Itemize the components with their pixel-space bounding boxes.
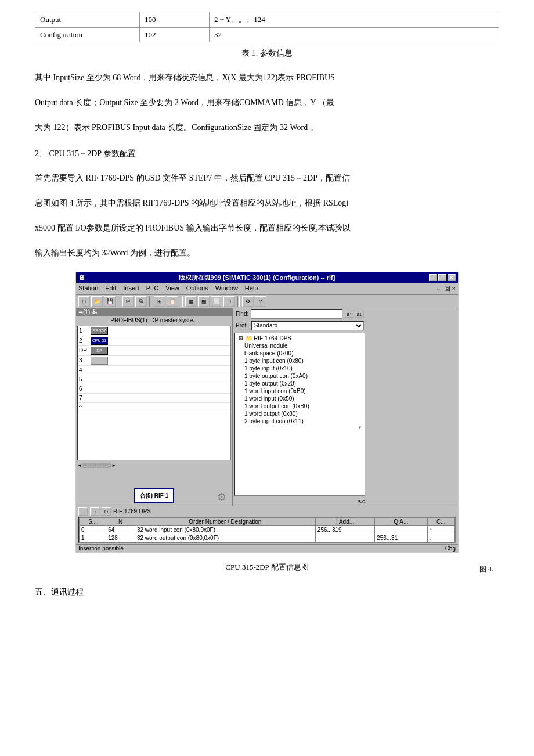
minimize-button[interactable]: － (429, 274, 437, 281)
toolbar-save[interactable]: 💾 (104, 296, 116, 307)
screenshot-window: 🖥 版权所在弧999 [SIMATIC 300(1) (Configuratio… (75, 272, 459, 553)
close-button[interactable]: ✕ (448, 274, 456, 281)
toolbar-open[interactable]: 📂 (91, 296, 103, 307)
table-cell-config-label: Configuration (35, 28, 140, 42)
slot-num-4: 4 (79, 367, 91, 373)
toolbar-btn10[interactable]: ? (255, 296, 266, 307)
table-cell-config-val: 102 (140, 28, 210, 42)
find-up-button[interactable]: a↑ (345, 311, 354, 318)
col-iadd: I Add... (315, 517, 374, 525)
paragraph-4: 首先需要导入 RIF 1769-DPS 的GSD 文件至 STEP7 中，然后配… (35, 170, 499, 188)
tree-item-1[interactable]: 1 byte input con (0x80) (236, 357, 363, 365)
toolbar-new[interactable]: □ (78, 296, 90, 307)
tree-item-label-1: blank space (0x00) (244, 350, 294, 357)
tree-item-6[interactable]: 1 word input (0x50) (236, 395, 363, 402)
tree-item-8[interactable]: 1 word output (0x80) (236, 410, 363, 417)
find-label: Find: (236, 311, 248, 317)
tree-item-label-5: 1 byte output (0x20) (244, 380, 296, 387)
tree-item-4[interactable]: 1 byte output (0x20) (236, 380, 363, 387)
tree-item-9[interactable]: 2 byte input con (0x11) (236, 417, 363, 425)
slot-num-3: 3 (79, 357, 91, 363)
caption-area: CPU 315-2DP 配置信息图 图 4. (35, 562, 499, 573)
col-qa: Q A... (375, 517, 428, 525)
toolbar-sep4 (237, 296, 240, 307)
row1-iadd (315, 534, 374, 542)
row0-c: ↑ (427, 525, 454, 534)
window-sub-controls: － 回 × (435, 285, 456, 293)
find-down-button[interactable]: a↓ (355, 311, 364, 318)
slot-num-2: 2 (79, 337, 91, 344)
window-menubar: Station Edit Insert PLC View Options Win… (76, 283, 458, 295)
slot-row-5: 5 (78, 375, 230, 384)
profil-label: Profil (236, 322, 249, 329)
menu-options[interactable]: Options (186, 285, 208, 293)
slot-row-1: 1 PS 307 (78, 326, 230, 336)
toolbar-btn3[interactable]: ⊞ (154, 296, 165, 307)
nav-forward-button[interactable]: → (90, 507, 99, 516)
tree-item-2[interactable]: 1 byte input (0x10) (236, 365, 363, 372)
toolbar-cut[interactable]: ✂ (122, 296, 134, 307)
window-titlebar: 🖥 版权所在弧999 [SIMATIC 300(1) (Configuratio… (76, 272, 458, 283)
menu-window[interactable]: Window (215, 285, 238, 293)
maximize-button[interactable]: □ (438, 274, 446, 281)
find-buttons: a↑ a↓ (345, 311, 364, 318)
tree-item-7[interactable]: 1 word output con (0xB0) (236, 402, 363, 410)
table-caption: 表 1. 参数信息 (35, 48, 499, 59)
menu-insert[interactable]: Insert (123, 285, 139, 293)
tree-item-5[interactable]: 1 word input con (0xB0) (236, 387, 363, 395)
paragraph-3: 大为 122）表示 PROFIBUS Input data 长度。Configu… (35, 119, 499, 137)
menu-plc[interactable]: PLC (146, 285, 158, 293)
slot-num-dp: DP (79, 347, 91, 354)
h-scrollbar[interactable]: ◄░░░░░░░░░► (76, 462, 232, 469)
toolbar-sep1 (118, 296, 120, 307)
slot-icon-1: PS 307 (91, 327, 108, 335)
tree-item-label-2: 1 byte input con (0x80) (244, 358, 304, 364)
row0-n: 64 (106, 525, 135, 534)
nav-back-button[interactable]: ← (78, 507, 88, 516)
slot-list: 1 PS 307 2 CPU 31 DP DP 3 (77, 326, 231, 460)
paragraph-7: 输入输出长度均为 32Word 为例，进行配置。 (35, 244, 499, 262)
slot-row-4: 4 (78, 366, 230, 375)
slot-row-dp: DP DP (78, 346, 230, 356)
window-main-content: ➡(1) 🖧 PROFIBUS(1): DP master syste... 1… (76, 308, 458, 506)
row1-qa: 256...31 (375, 534, 428, 542)
toolbar-copy[interactable]: ⧉ (135, 296, 147, 307)
info-table-row-1: 1 128 32 word output con (0x80,0x0F) 256… (80, 534, 455, 542)
slot-icon-3 (91, 357, 108, 365)
table-cell-output-desc: 2 + Y。。。124 (210, 12, 499, 28)
tree-item-universal[interactable]: Universal nodule (236, 342, 363, 350)
toolbar-btn9[interactable]: ⚙ (242, 296, 254, 307)
paragraph-1: 其中 InputSize 至少为 68 Word，用来存储状态信息，X(X 最大… (35, 69, 499, 87)
tree-root: ⊟ 📁 RIF 1769-DPS (236, 334, 363, 342)
slot-num-8: ^ (79, 404, 91, 411)
menu-station[interactable]: Station (78, 285, 98, 293)
toolbar-btn7[interactable]: ⬜ (211, 296, 222, 307)
tree-item-label-0: Universal nodule (244, 343, 288, 349)
col-c: C... (427, 517, 454, 525)
tree-scroll-indicator: ▼ (236, 425, 363, 430)
tree-item-3[interactable]: 1 byte output con (0xA0) (236, 372, 363, 380)
row0-qa (375, 525, 428, 534)
row0-s: 0 (80, 525, 106, 534)
find-input[interactable] (251, 309, 342, 319)
menu-view[interactable]: View (165, 285, 179, 293)
tree-item-label-6: 1 word input con (0xB0) (244, 388, 306, 394)
info-table-panel: S... N Order Number / Designation I Add.… (78, 517, 456, 543)
slot-icon-2: CPU 31 (91, 337, 108, 345)
nav-label: RIF 1769-DPS (113, 508, 151, 514)
rif-box: 合(5) RIF 1 (134, 488, 174, 503)
tree-item-blank[interactable]: blank space (0x00) (236, 350, 363, 357)
tree-expand-root[interactable]: ⊟ (239, 335, 243, 341)
paragraph-6: x5000 配置 I/O参数是所设定的 PROFIBUS 输入输出字节长度，配置… (35, 219, 499, 237)
toolbar-btn6[interactable]: ▩ (198, 296, 210, 307)
toolbar-btn4[interactable]: 📋 (167, 296, 178, 307)
profil-select[interactable]: Standard (251, 321, 364, 330)
toolbar-btn8[interactable]: □ (223, 296, 235, 307)
info-panel: ← → ⊙ RIF 1769-DPS S... N Order Number /… (76, 506, 458, 544)
window-control-buttons: － □ ✕ (429, 274, 456, 281)
toolbar-btn5[interactable]: ▦ (185, 296, 197, 307)
nav-circle-button[interactable]: ⊙ (102, 507, 111, 516)
row1-desc: 32 word output con (0x80,0x0F) (135, 534, 315, 542)
menu-edit[interactable]: Edit (105, 285, 116, 293)
menu-help[interactable]: Help (245, 285, 258, 293)
